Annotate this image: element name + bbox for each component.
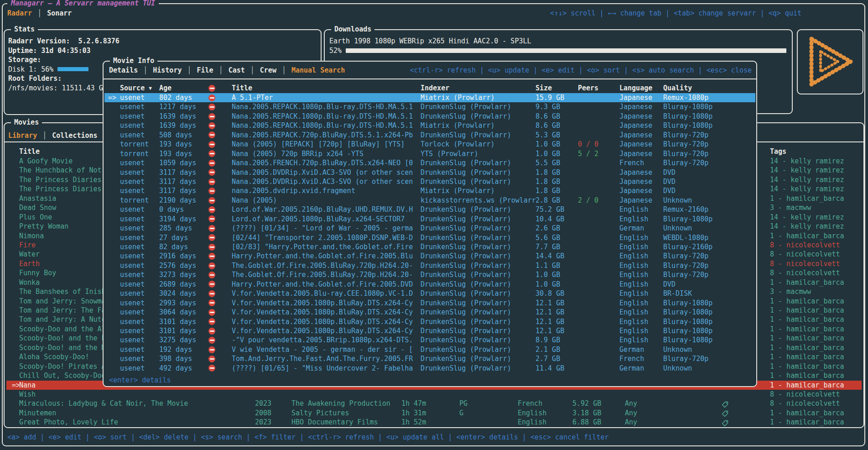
result-source: torrent (120, 196, 159, 205)
search-result-row[interactable]: usenet 2993 days V.for.Vendetta.2005.108… (104, 298, 755, 308)
result-age: 802 days (159, 93, 208, 102)
search-result-row[interactable]: usenet 3117 days Nana.2005.DVDRip.XviD.A… (104, 177, 755, 186)
movie-size (572, 390, 625, 399)
search-result-row[interactable]: usenet 492 days (????) [01/65] - "Miss U… (104, 364, 755, 373)
result-peers (578, 335, 619, 345)
selection-marker (104, 270, 120, 279)
result-size: 1.0 GB (535, 140, 578, 149)
result-peers (578, 168, 619, 177)
result-age: 27 days (159, 233, 208, 242)
movie-row[interactable]: Wish 8 - nicolecolvett (6, 390, 862, 399)
selection-marker (104, 112, 120, 121)
movie-row[interactable]: Great Photo, Lovely Life 2023 HBO Docume… (6, 418, 862, 427)
rejected-icon (208, 141, 215, 148)
search-result-row[interactable]: usenet 1639 days Nana.2005.REPACK.1080p.… (104, 112, 755, 121)
search-result-row[interactable]: torrent 193 days Nana (2005) 720p BRRip … (104, 149, 755, 158)
selection-marker (104, 242, 120, 251)
search-result-row[interactable]: torrent 193 days Nana (2005) [REPACK] [7… (104, 140, 755, 149)
search-result-row[interactable]: usenet 2916 days Harry.Potter.and.the.Go… (104, 251, 755, 261)
search-result-row[interactable]: usenet 27 days [02/44] "Transporter 2.20… (104, 233, 755, 242)
result-size: 7.7 GB (535, 242, 578, 251)
result-language: English (619, 233, 663, 242)
result-language: English (619, 326, 663, 335)
stats-uptime-line: Uptime: 31d 04:35:03 (8, 46, 317, 56)
search-result-row[interactable]: usenet 192 days V wie Vendetta - 2005 - … (104, 345, 755, 354)
movie-row[interactable]: Minutemen 2008 Salty Pictures 1h 31m G E… (6, 408, 862, 418)
search-result-row[interactable]: usenet 3117 days Nana.2005.DVDRip.XviD.A… (104, 168, 755, 177)
rejected-icon (208, 169, 215, 176)
modal-tab[interactable]: Manual Search (276, 66, 345, 75)
search-result-row[interactable]: usenet 3194 days Lord.of.War.2005.1080p.… (104, 215, 755, 224)
result-language: English (619, 308, 663, 317)
search-result-row[interactable]: usenet 508 days Nana.2005.REPACK.720p.Bl… (104, 131, 755, 140)
result-quality: DVD (663, 186, 755, 195)
rejected-icon (208, 234, 215, 241)
result-quality: Bluray-1080p (663, 326, 755, 335)
search-result-row[interactable]: usenet 3064 days V.for.Vendetta.2005.108… (104, 308, 755, 317)
result-age: 1059 days (159, 158, 208, 167)
search-result-row[interactable]: usenet 1217 days Nana.2005.REPACK.1080p.… (104, 102, 755, 111)
result-language: Japanese (619, 121, 663, 130)
modal-tab[interactable]: History (138, 66, 182, 75)
result-size: 2.6 GB (535, 224, 578, 233)
result-indexer: Torlock (Prowlarr) (421, 140, 535, 149)
header-rejected[interactable] (208, 84, 232, 93)
search-result-row[interactable]: usenet 1059 days Nana.2005.FRENCH.720p.B… (104, 158, 755, 167)
movie-rating (459, 418, 518, 427)
search-result-row[interactable]: usenet 2689 days Harry.Potter.and.the.Go… (104, 280, 755, 289)
result-indexer: Miatrix (Prowlarr) (421, 186, 535, 195)
result-title: V.for.Vendetta.2005.Blu-ray.CEE.1080p.VC… (232, 289, 421, 298)
modal-tab[interactable]: Crew (245, 66, 276, 75)
search-result-row[interactable]: usenet 3117 days nana.2005.dvdrip.xvid.f… (104, 186, 755, 195)
rejected-icon (208, 253, 215, 260)
movie-row[interactable]: Miraculous: Ladybug & Cat Noir, The Movi… (6, 399, 862, 408)
search-result-row[interactable]: usenet 3273 days The.Goblet.Of.Fire.2005… (104, 270, 755, 279)
search-result-row[interactable]: usenet 285 days (????) [01/34] - "Lord o… (104, 224, 755, 233)
header-peers[interactable]: Peers (578, 84, 619, 93)
search-result-row[interactable]: torrent 2190 days Nana (2005) kickasstor… (104, 196, 755, 205)
servarr-tab[interactable]: Sonarr (32, 9, 72, 18)
search-result-row[interactable]: usenet 3275 days -"V pour vendetta.2005.… (104, 335, 755, 345)
result-source: usenet (120, 261, 159, 270)
header-quality[interactable]: Quality (663, 84, 755, 93)
search-result-row[interactable]: usenet 3101 days V.for.Vendetta.2005.108… (104, 317, 755, 326)
result-indexer: DrunkenSlug (Prowlarr) (421, 261, 535, 270)
movie-title: Minutemen (19, 408, 255, 418)
search-result-row[interactable]: usenet 398 days Tom.And.Jerry.The.Fast.A… (104, 354, 755, 363)
modal-tab[interactable]: Details (109, 66, 138, 75)
selection-marker: => (6, 381, 19, 390)
result-title: Harry.Potter.and.the.Goblet.of.Fire.2005… (232, 251, 421, 261)
result-quality: Unknown (663, 224, 755, 233)
search-result-row[interactable]: usenet 3101 days V.for.Vendetta.2005.108… (104, 326, 755, 335)
header-size[interactable]: Size (535, 84, 578, 93)
header-language[interactable]: Language (619, 84, 663, 93)
movies-tab[interactable]: Library (8, 131, 37, 141)
result-quality: Bluray-720p (663, 158, 755, 167)
result-size: 1.1 GB (535, 261, 578, 270)
servarr-tab[interactable]: Radarr (7, 9, 32, 18)
selection-marker (6, 334, 19, 343)
search-result-row[interactable]: usenet 0 days Lord.of.War.2005.2160p.Blu… (104, 205, 755, 214)
movies-tab[interactable]: Collections (37, 131, 107, 141)
selection-marker (6, 418, 19, 427)
result-source: usenet (120, 364, 159, 373)
header-title[interactable]: Title (232, 84, 421, 93)
selection-marker (6, 250, 19, 259)
search-result-row[interactable]: => usenet 802 days A 5.1-PTer Miatrix (P… (104, 93, 755, 102)
result-source: usenet (120, 121, 159, 130)
search-result-row[interactable]: usenet 82 days [02/83] "Harry.Potter.and… (104, 242, 755, 251)
result-indexer: DrunkenSlug (Prowlarr) (421, 364, 535, 373)
modal-tab[interactable]: File (182, 66, 213, 75)
result-title: Lord.of.War.2005.1080p.BluRay.x264-SECTO… (232, 215, 421, 224)
modal-tab[interactable]: Cast (213, 66, 245, 75)
search-result-row[interactable]: usenet 1639 days Nana.2005.REPACK.1080p.… (104, 121, 755, 130)
result-language: Japanese (619, 196, 663, 205)
search-result-row[interactable]: usenet 3024 days V.for.Vendetta.2005.Blu… (104, 289, 755, 298)
header-age[interactable]: Age (159, 84, 208, 93)
header-indexer[interactable]: Indexer (421, 84, 535, 93)
result-peers: 0 / 0 (578, 140, 619, 149)
result-source: usenet (120, 205, 159, 214)
selection-marker (104, 149, 120, 158)
search-result-row[interactable]: usenet 2576 days The.Goblet.Of.Fire.2005… (104, 261, 755, 270)
header-source[interactable]: Source ▼ (120, 84, 159, 93)
